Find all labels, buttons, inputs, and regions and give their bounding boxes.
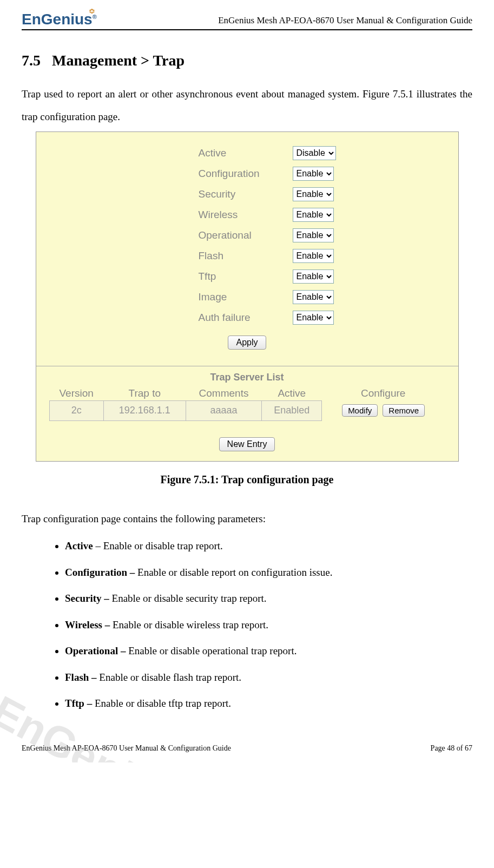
cell-version: 2c [49, 400, 103, 420]
config-label: Operational [36, 229, 291, 241]
page-header: EnGenius® ≎ EnGenius Mesh AP-EOA-8670 Us… [22, 11, 472, 30]
operational-select[interactable]: Enable [293, 228, 334, 242]
section-heading: 7.5 Management > Trap [22, 52, 472, 69]
section-title: Management > Trap [52, 52, 185, 69]
table-row: 2c 192.168.1.1 aaaaa Enabled Modify Remo… [49, 400, 445, 420]
config-row-operational: Operational Enable [36, 225, 458, 246]
config-label: Wireless [36, 209, 291, 221]
config-row-tftp: Tftp Enable [36, 266, 458, 287]
config-label: Active [36, 147, 291, 159]
image-select[interactable]: Enable [293, 290, 334, 304]
trap-server-table: Version Trap to Comments Active Configur… [49, 386, 445, 421]
trap-config-screenshot: Active Disable Configuration Enable Secu… [36, 131, 459, 462]
intro-paragraph: Trap used to report an alert or other as… [22, 83, 472, 128]
cell-trapto: 192.168.1.1 [103, 400, 186, 420]
list-item: Tftp – Enable or disable tftp trap repor… [65, 691, 472, 717]
config-row-flash: Flash Enable [36, 246, 458, 266]
parameter-list: Active – Enable or disable trap report. … [22, 533, 472, 717]
list-item: Active – Enable or disable trap report. [65, 533, 472, 560]
table-header-row: Version Trap to Comments Active Configur… [49, 386, 445, 401]
config-label: Flash [36, 250, 291, 262]
cell-active: Enabled [262, 400, 322, 420]
config-row-authfailure: Auth failure Enable [36, 307, 458, 328]
new-entry-button[interactable]: New Entry [219, 437, 275, 451]
logo: EnGenius® ≎ [22, 11, 97, 28]
logo-text: EnGenius [22, 11, 93, 28]
authfailure-select[interactable]: Enable [293, 311, 334, 325]
figure-caption: Figure 7.5.1: Trap configuration page [22, 474, 472, 486]
remove-button[interactable]: Remove [383, 404, 425, 417]
document-title: EnGenius Mesh AP-EOA-8670 User Manual & … [218, 15, 472, 28]
config-label: Auth failure [36, 312, 291, 324]
col-comments: Comments [186, 386, 261, 401]
config-row-active: Active Disable [36, 143, 458, 163]
flash-select[interactable]: Enable [293, 249, 334, 263]
config-row-configuration: Configuration Enable [36, 163, 458, 184]
config-row-wireless: Wireless Enable [36, 205, 458, 225]
section-number: 7.5 [22, 52, 41, 69]
list-item: Wireless – Enable or disable wireless tr… [65, 612, 472, 639]
footer-right: Page 48 of 67 [431, 744, 472, 753]
list-item: Security – Enable or disable security tr… [65, 586, 472, 612]
configuration-select[interactable]: Enable [293, 167, 334, 181]
tftp-select[interactable]: Enable [293, 269, 334, 284]
wifi-icon: ≎ [89, 6, 95, 15]
list-item: Configuration – Enable or disable report… [65, 560, 472, 586]
config-label: Image [36, 291, 291, 303]
wireless-select[interactable]: Enable [293, 208, 334, 222]
list-item: Flash – Enable or disable flash trap rep… [65, 665, 472, 691]
trap-server-list-title: Trap Server List [36, 366, 458, 386]
apply-button[interactable]: Apply [228, 336, 266, 350]
modify-button[interactable]: Modify [342, 404, 378, 417]
config-label: Tftp [36, 271, 291, 282]
active-select[interactable]: Disable [293, 146, 336, 160]
trap-config-panel: Active Disable Configuration Enable Secu… [36, 132, 458, 366]
config-row-security: Security Enable [36, 184, 458, 205]
config-label: Security [36, 188, 291, 200]
col-trapto: Trap to [103, 386, 186, 401]
col-version: Version [49, 386, 103, 401]
col-active: Active [262, 386, 322, 401]
col-configure: Configure [322, 386, 445, 401]
security-select[interactable]: Enable [293, 187, 334, 201]
cell-comments: aaaaa [186, 400, 261, 420]
cell-configure: Modify Remove [322, 400, 445, 420]
config-label: Configuration [36, 168, 291, 180]
list-item: Operational – Enable or disable operatio… [65, 638, 472, 665]
page-footer: EnGenius Mesh AP-EOA-8670 User Manual & … [0, 728, 494, 762]
config-row-image: Image Enable [36, 287, 458, 307]
footer-left: EnGenius Mesh AP-EOA-8670 User Manual & … [22, 744, 231, 753]
params-intro: Trap configuration page contains the fol… [22, 508, 472, 530]
